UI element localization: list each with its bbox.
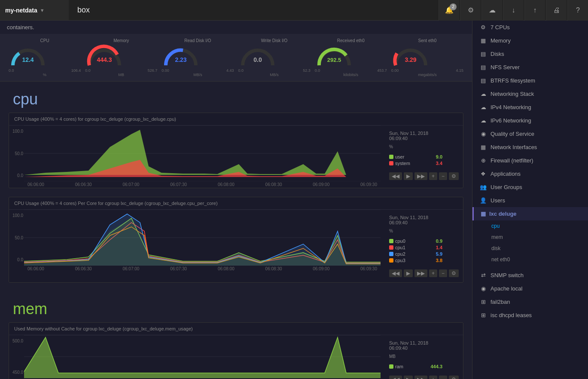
sidebar-item-snmp[interactable]: ⇄ SNMP switch [472, 269, 588, 282]
svg-text:12.4: 12.4 [22, 56, 34, 63]
sidebar-item-nfs-label: NFS Server [491, 64, 520, 70]
sidebar-item-fail2ban[interactable]: ⊞ fail2ban [472, 295, 588, 309]
legend-cpu0: cpu0 0.9 [389, 238, 442, 244]
gauge-net-recv-svg: 292.5 [315, 44, 353, 67]
sidebar-item-disks[interactable]: ▤ Disks [472, 47, 588, 61]
gauge-disk-write-range: 0.052.3 [238, 68, 311, 73]
sidebar-item-btrfs[interactable]: ▤ BTRFS filesystem [472, 74, 588, 87]
gauge-disk-write-label: Write Disk I/O [238, 38, 311, 43]
gauge-net-sent-svg: 3.29 [391, 44, 430, 67]
legend-user: user 9.0 [389, 154, 442, 159]
chart-2-next-btn[interactable]: ▶▶ [414, 269, 427, 277]
sidebar-item-memory[interactable]: ▦ Memory [472, 34, 588, 47]
sidebar-item-net-stack[interactable]: ☁ Networking Stack [472, 87, 588, 101]
print-button[interactable]: 🖨 [546, 0, 567, 21]
sidebar-item-qos[interactable]: ◉ Quality of Service [472, 127, 588, 141]
chart-2-zoom-in-btn[interactable]: + [429, 269, 437, 277]
chart-1-play-btn[interactable]: ▶ [404, 172, 413, 180]
sidebar-item-cpus[interactable]: ⚙ 7 CPUs [472, 21, 588, 34]
cpu-chart-1-legend: user 9.0 system 3.4 [386, 151, 446, 171]
users-icon: 👤 [479, 197, 487, 204]
cpu-chart-2-svg [24, 210, 381, 266]
sidebar-item-snmp-label: SNMP switch [491, 272, 524, 278]
upload-button[interactable]: ↑ [524, 0, 545, 21]
mem-chart-1-yaxis: 500.0 450.0 [9, 335, 24, 378]
chart-1-next-btn[interactable]: ▶▶ [414, 172, 427, 180]
chart-3-zoom-in-btn[interactable]: + [429, 376, 437, 379]
help-button[interactable]: ? [567, 0, 588, 21]
gauge-memory: Memory 444.3 0.0526.7 MB [85, 38, 157, 77]
chart-3-settings-btn[interactable]: ⚙ [449, 376, 459, 379]
chart-3-play-btn[interactable]: ▶ [404, 376, 413, 379]
sidebar-sub-mem[interactable]: mem [472, 232, 588, 243]
chart-2-play-btn[interactable]: ▶ [404, 269, 413, 277]
gauge-memory-svg: 444.3 [85, 44, 124, 67]
mem-chart-1-title: Used Memory without Cache for cgroup lxc… [9, 323, 463, 335]
sidebar-item-apache[interactable]: ◉ Apache local [472, 282, 588, 295]
chart-3-prev-btn[interactable]: ◀◀ [389, 376, 402, 379]
settings-button[interactable]: ⚙ [460, 0, 481, 21]
chart-2-settings-btn[interactable]: ⚙ [449, 269, 459, 277]
chart-2-zoom-out-btn[interactable]: − [439, 269, 447, 277]
snmp-icon: ⇄ [479, 272, 487, 278]
legend-cpu1-dot [389, 245, 393, 250]
btrfs-icon: ▤ [479, 77, 487, 84]
gauge-disk-read-svg: 2.23 [161, 44, 200, 67]
sidebar-item-user-groups[interactable]: 👥 User Groups [472, 180, 588, 194]
download-button[interactable]: ↓ [503, 0, 524, 21]
sidebar-sub-net-eth0[interactable]: net eth0 [472, 254, 588, 265]
cloud-button[interactable]: ☁ [481, 0, 502, 21]
gauge-net-sent-range: 0.004.15 [391, 68, 463, 73]
chart-1-prev-btn[interactable]: ◀◀ [389, 172, 402, 180]
chart-1-zoom-out-btn[interactable]: − [439, 172, 447, 180]
legend-cpu3-dot [389, 258, 393, 263]
gauge-disk-write: Write Disk I/O 0.0 0.052.3 MB/s [238, 38, 311, 77]
sidebar-sub-cpu[interactable]: cpu [472, 220, 588, 232]
sidebar-item-net-ifaces-label: Network Interfaces [491, 144, 537, 150]
gauge-disk-write-svg: 0.0 [238, 44, 277, 67]
sidebar-item-dhcp[interactable]: ⊞ isc dhcpd leases [472, 309, 588, 322]
sidebar-item-nfs[interactable]: ▤ NFS Server [472, 61, 588, 74]
header: my-netdata ▼ box 🔔 2 ⚙ ☁ ↓ ↑ 🖨 ? [0, 0, 588, 21]
cpu-chart-1-body: 100.0 50.0 0.0 [9, 125, 463, 188]
cpu-chart-1-controls: ◀◀ ▶ ▶▶ + − ⚙ [386, 171, 461, 182]
cpu-chart-1-info: Sun, Nov 11, 2018 06:09:40 % user 9.0 sy… [381, 125, 466, 185]
gauge-disk-read: Read Disk I/O 2.23 0.004.43 MB/s [161, 38, 234, 77]
sidebar-item-users[interactable]: 👤 Users [472, 194, 588, 207]
svg-text:444.3: 444.3 [97, 56, 112, 63]
mem-section-title: mem [0, 291, 472, 322]
gauge-memory-range: 0.0526.7 [85, 68, 157, 73]
sidebar-sub-disk-label: disk [491, 245, 500, 251]
cpu-chart-2-title: CPU Usage (400% = 4 cores) Per Core for … [9, 197, 463, 210]
cpu-chart-2-controls: ◀◀ ▶ ▶▶ + − ⚙ [386, 268, 461, 279]
chart-3-zoom-out-btn[interactable]: − [439, 376, 447, 379]
sidebar-item-qos-label: Quality of Service [491, 131, 534, 137]
sidebar-item-applications[interactable]: ❖ Applications [472, 167, 588, 180]
sidebar-section-lxc-deluge[interactable]: ▦ lxc deluge [472, 207, 588, 220]
apache-icon: ◉ [479, 285, 487, 292]
mem-chart-1-svg [24, 335, 381, 378]
sidebar-item-user-groups-label: User Groups [491, 184, 522, 190]
svg-text:3.29: 3.29 [405, 56, 416, 63]
sidebar-item-ipv6[interactable]: ☁ IPv6 Networking [472, 114, 588, 127]
chart-3-next-btn[interactable]: ▶▶ [414, 376, 427, 379]
brand-button[interactable]: my-netdata ▼ [0, 0, 69, 20]
sidebar-item-net-ifaces[interactable]: ▦ Network Interfaces [472, 141, 588, 154]
sidebar-item-btrfs-label: BTRFS filesystem [491, 77, 535, 84]
sidebar-item-ipv4[interactable]: ☁ IPv4 Networking [472, 101, 588, 114]
containers-bar: containers. [0, 21, 472, 34]
chart-1-zoom-in-btn[interactable]: + [429, 172, 437, 180]
sidebar-sub-mem-label: mem [491, 234, 503, 240]
notifications-button[interactable]: 🔔 2 [439, 0, 459, 21]
chart-1-settings-btn[interactable]: ⚙ [449, 172, 459, 180]
legend-cpu0-dot [389, 239, 393, 243]
gauge-cpu-range: 0.0106.4 [9, 68, 81, 73]
ipv4-icon: ☁ [479, 104, 487, 110]
containers-text: containers. [7, 24, 34, 31]
sidebar-item-fail2ban-label: fail2ban [491, 299, 510, 305]
sidebar-sub-cpu-label: cpu [491, 223, 500, 229]
chart-2-prev-btn[interactable]: ◀◀ [389, 269, 402, 277]
page-title: box [69, 6, 439, 15]
sidebar-sub-disk[interactable]: disk [472, 243, 588, 254]
sidebar-item-firewall[interactable]: ⊕ Firewall (netfilter) [472, 154, 588, 167]
